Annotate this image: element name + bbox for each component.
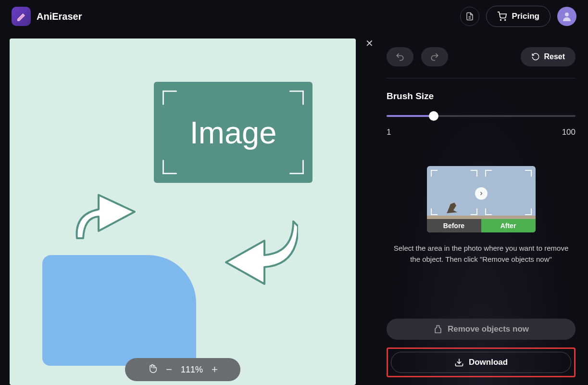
before-after-preview: Before After (427, 166, 536, 232)
corner-icon (289, 160, 304, 174)
reset-icon (531, 52, 540, 61)
image-placeholder: Image (154, 82, 313, 183)
preview-section: Before After Select the area in the phot… (387, 166, 575, 265)
slider-thumb[interactable] (429, 111, 438, 121)
blue-shape (42, 255, 196, 366)
feedback-icon[interactable] (460, 7, 479, 26)
main: Image − 111% + ✕ (0, 33, 588, 385)
corner-icon (163, 160, 177, 174)
sidebar: Reset Brush Size 1 100 Before Aft (374, 33, 588, 385)
reset-label: Reset (544, 52, 565, 61)
app-logo-icon (12, 7, 31, 26)
corner-icon (289, 90, 304, 105)
brush-size-label: Brush Size (387, 91, 575, 102)
download-icon (454, 358, 464, 367)
download-label: Download (469, 358, 508, 367)
zoom-toolbar: − 111% + (125, 358, 240, 381)
arrow-icon (221, 217, 298, 289)
brush-icon (433, 324, 443, 334)
slider-max: 100 (562, 128, 575, 137)
redo-button[interactable] (421, 47, 448, 66)
header-actions: Pricing (460, 6, 576, 27)
redo-icon (430, 52, 439, 62)
user-avatar[interactable] (557, 7, 576, 26)
reset-button[interactable]: Reset (521, 47, 575, 66)
instruction-text: Select the area in the photo where you w… (387, 243, 575, 265)
zoom-value: 111% (181, 365, 203, 375)
cart-icon (497, 12, 507, 21)
logo: AniEraser (12, 7, 82, 26)
arrow-icon (70, 183, 142, 245)
before-pane: Before (427, 166, 481, 232)
slider-range: 1 100 (387, 128, 575, 137)
pan-hand-icon[interactable] (148, 364, 157, 375)
undo-redo-group (387, 47, 448, 66)
svg-point-2 (500, 20, 501, 21)
divider (387, 78, 575, 78)
zoom-out-button[interactable]: − (166, 363, 172, 376)
zoom-in-button[interactable]: + (212, 363, 218, 376)
history-row: Reset (387, 47, 575, 66)
corner-icon (163, 90, 177, 105)
close-icon[interactable]: ✕ (364, 38, 374, 48)
after-label: After (481, 219, 536, 232)
download-button[interactable]: Download (391, 352, 571, 373)
canvas[interactable]: Image − 111% + (10, 38, 356, 385)
undo-button[interactable] (387, 47, 413, 66)
pricing-label: Pricing (512, 12, 539, 21)
chevron-right-icon (478, 191, 484, 196)
bird-icon (444, 197, 463, 216)
remove-objects-button[interactable]: Remove objects now (387, 319, 575, 340)
remove-label: Remove objects now (448, 324, 529, 334)
action-buttons: Remove objects now Download (387, 319, 575, 377)
placeholder-text: Image (190, 115, 277, 151)
download-highlight: Download (387, 347, 575, 377)
svg-point-3 (505, 20, 506, 21)
canvas-area: Image − 111% + ✕ (0, 33, 374, 385)
pricing-button[interactable]: Pricing (486, 6, 550, 27)
app-header: AniEraser Pricing (0, 0, 588, 33)
undo-icon (395, 52, 405, 62)
before-label: Before (427, 219, 481, 232)
app-name: AniEraser (37, 11, 82, 22)
brush-size-slider[interactable] (387, 110, 575, 122)
play-preview-button[interactable] (475, 187, 488, 200)
svg-point-4 (565, 13, 569, 16)
after-pane: After (481, 166, 536, 232)
slider-min: 1 (387, 128, 391, 137)
